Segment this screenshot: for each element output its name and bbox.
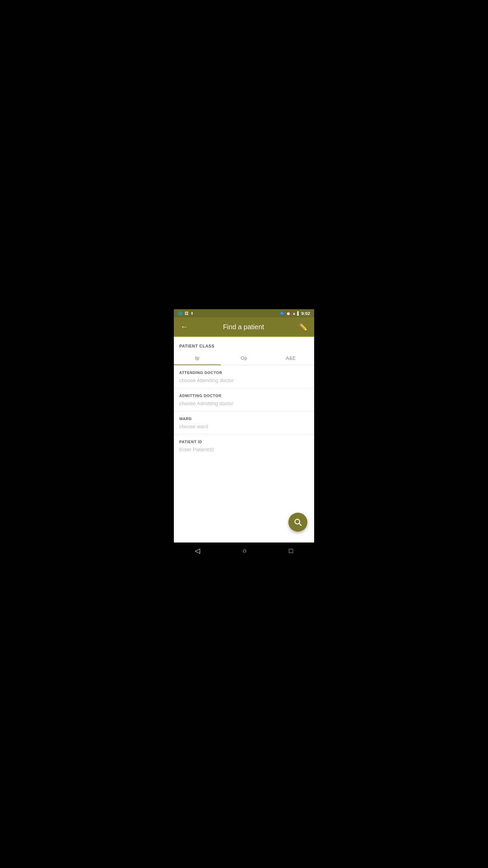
phone-frame: 🌐 🖼 ⬆ 🔷 ⏰ ▲ ▌ 9:02 ← Find a patient ✏️ P…: [174, 309, 314, 559]
search-fab-button[interactable]: [288, 513, 307, 532]
admitting-doctor-value[interactable]: choose Admitting doctor: [179, 400, 309, 411]
pencil-icon: ✏️: [299, 323, 307, 331]
tab-op[interactable]: Op: [221, 351, 267, 365]
attending-doctor-label: ATTENDING DOCTOR: [179, 371, 309, 375]
bluetooth-icon: 🔷: [280, 311, 285, 316]
patient-id-input[interactable]: Enter PatientID: [179, 447, 309, 457]
wifi-icon: ▲: [292, 311, 296, 315]
ward-value[interactable]: choose ward: [179, 423, 309, 434]
signal-icon: ▌: [297, 311, 300, 315]
nav-home-icon: ○: [242, 547, 246, 554]
content-area: PATIENT CLASS Ip Op A&E ATTENDING DOCTOR…: [174, 337, 314, 542]
nav-home-button[interactable]: ○: [240, 544, 249, 557]
upload-icon: ⬆: [190, 311, 194, 316]
search-icon: [293, 518, 302, 527]
admitting-doctor-group: ADMITTING DOCTOR choose Admitting doctor: [174, 388, 314, 411]
patient-id-group: PATIENT ID Enter PatientID: [174, 434, 314, 457]
time-display: 9:02: [301, 311, 310, 316]
edit-button[interactable]: ✏️: [298, 321, 309, 333]
status-bar-right: 🔷 ⏰ ▲ ▌ 9:02: [280, 311, 310, 316]
tab-ip[interactable]: Ip: [174, 351, 221, 365]
ward-group: WARD choose ward: [174, 411, 314, 434]
ward-label: WARD: [179, 417, 309, 421]
patient-id-label: PATIENT ID: [179, 440, 309, 444]
admitting-doctor-label: ADMITTING DOCTOR: [179, 394, 309, 398]
attending-doctor-value[interactable]: choose Attending doctor: [179, 377, 309, 388]
image-icon: 🖼: [185, 311, 188, 315]
attending-doctor-group: ATTENDING DOCTOR choose Attending doctor: [174, 365, 314, 388]
tab-ae[interactable]: A&E: [267, 351, 314, 365]
nav-back-button[interactable]: ◁: [192, 544, 203, 557]
globe-icon: 🌐: [178, 311, 183, 316]
status-bar-left: 🌐 🖼 ⬆: [178, 311, 194, 316]
toolbar: ← Find a patient ✏️: [174, 317, 314, 336]
nav-recent-button[interactable]: □: [286, 544, 296, 557]
alarm-icon: ⏰: [286, 311, 291, 316]
fab-container: [288, 513, 307, 532]
nav-recent-icon: □: [289, 547, 293, 554]
nav-back-icon: ◁: [195, 547, 200, 554]
svg-line-1: [299, 524, 301, 526]
patient-class-label: PATIENT CLASS: [174, 337, 314, 351]
back-button[interactable]: ←: [179, 321, 189, 333]
status-bar: 🌐 🖼 ⬆ 🔷 ⏰ ▲ ▌ 9:02: [174, 309, 314, 317]
bottom-nav: ◁ ○ □: [174, 542, 314, 559]
page-title: Find a patient: [223, 323, 264, 331]
patient-class-tabs: Ip Op A&E: [174, 351, 314, 365]
